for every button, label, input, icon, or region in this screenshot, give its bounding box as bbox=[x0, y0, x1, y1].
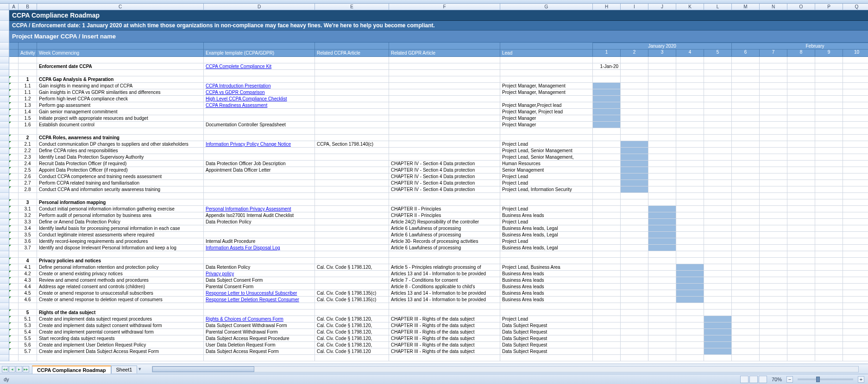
cell[interactable] bbox=[315, 251, 389, 258]
row-header[interactable] bbox=[0, 284, 9, 290]
lead-cell[interactable]: Project Manager, Management bbox=[500, 83, 593, 89]
cell[interactable] bbox=[704, 264, 732, 271]
cell[interactable] bbox=[19, 70, 37, 76]
gdpr-article[interactable] bbox=[389, 122, 500, 128]
cell[interactable] bbox=[704, 141, 732, 148]
cell[interactable] bbox=[732, 290, 760, 297]
cell[interactable] bbox=[621, 251, 648, 258]
cell[interactable] bbox=[732, 173, 760, 180]
cell[interactable] bbox=[815, 284, 843, 290]
cell[interactable] bbox=[593, 258, 621, 264]
cell[interactable] bbox=[704, 219, 732, 225]
cell[interactable] bbox=[676, 63, 704, 70]
activity-id[interactable]: 1.1 bbox=[19, 89, 37, 96]
tab-prev-button[interactable]: ◂ bbox=[9, 366, 15, 372]
row-header[interactable] bbox=[0, 245, 9, 251]
cell[interactable] bbox=[815, 316, 843, 322]
cell[interactable] bbox=[760, 167, 787, 173]
gdpr-article[interactable]: Article 7 - Conditions for consent bbox=[389, 277, 500, 284]
cell[interactable] bbox=[760, 89, 787, 96]
cell[interactable] bbox=[593, 141, 621, 148]
cell[interactable] bbox=[648, 161, 676, 167]
cell[interactable] bbox=[204, 303, 315, 310]
cell[interactable] bbox=[787, 186, 815, 193]
cell[interactable] bbox=[704, 290, 732, 297]
cell[interactable] bbox=[760, 238, 787, 245]
gdpr-article[interactable]: Articles 13 and 14 - Information to be p… bbox=[389, 271, 500, 277]
cell[interactable] bbox=[732, 57, 760, 63]
cell[interactable] bbox=[787, 193, 815, 199]
lead-cell[interactable] bbox=[500, 96, 593, 102]
cell[interactable] bbox=[593, 335, 621, 342]
cell[interactable] bbox=[704, 83, 732, 89]
cell[interactable] bbox=[815, 167, 843, 173]
enforcement-link[interactable]: CCPA Complete Compliance Kit bbox=[206, 64, 271, 69]
cell[interactable] bbox=[732, 96, 760, 102]
cell[interactable] bbox=[593, 310, 621, 316]
cell[interactable] bbox=[593, 70, 621, 76]
cell[interactable] bbox=[787, 348, 815, 355]
cell[interactable] bbox=[704, 135, 732, 141]
ccpa-article[interactable] bbox=[315, 96, 389, 102]
cell[interactable] bbox=[760, 70, 787, 76]
cell[interactable] bbox=[760, 251, 787, 258]
cell[interactable] bbox=[704, 258, 732, 264]
cell[interactable] bbox=[593, 76, 621, 83]
lead-cell[interactable]: Senior Management bbox=[500, 167, 593, 173]
cell[interactable] bbox=[621, 245, 648, 251]
activity-desc[interactable]: Create and implement data subject reques… bbox=[37, 316, 204, 322]
cell[interactable] bbox=[787, 355, 815, 361]
cell[interactable] bbox=[9, 316, 19, 322]
cell[interactable] bbox=[676, 206, 704, 212]
cell[interactable] bbox=[204, 355, 315, 361]
activity-desc[interactable]: Perform CCPA related training and famili… bbox=[37, 180, 204, 186]
column-header[interactable]: O bbox=[787, 4, 815, 10]
cell[interactable] bbox=[732, 310, 760, 316]
gdpr-article[interactable]: CHAPTER IV - Section 4 Data protection bbox=[389, 161, 500, 167]
cell[interactable] bbox=[787, 322, 815, 329]
cell[interactable] bbox=[621, 219, 648, 225]
gantt-bar[interactable] bbox=[648, 225, 676, 232]
cell[interactable] bbox=[676, 329, 704, 335]
cell[interactable] bbox=[787, 115, 815, 122]
activity-desc[interactable]: Perform high level CCPA compliance check bbox=[37, 96, 204, 102]
lead-cell[interactable]: Business Area leads, Legal bbox=[500, 225, 593, 232]
cell[interactable] bbox=[9, 115, 19, 122]
cell[interactable] bbox=[815, 335, 843, 342]
section-title[interactable]: Rights of the data subject bbox=[37, 310, 204, 316]
cell[interactable] bbox=[593, 161, 621, 167]
column-header[interactable]: H bbox=[593, 4, 621, 10]
cell[interactable] bbox=[9, 310, 19, 316]
cell[interactable] bbox=[9, 173, 19, 180]
cell[interactable] bbox=[760, 173, 787, 180]
cell[interactable] bbox=[760, 212, 787, 219]
cell[interactable] bbox=[9, 355, 19, 361]
cell[interactable] bbox=[843, 57, 868, 63]
activity-id[interactable]: 3.6 bbox=[19, 238, 37, 245]
section-number[interactable]: 5 bbox=[19, 310, 37, 316]
cell[interactable] bbox=[389, 310, 500, 316]
row-header[interactable] bbox=[0, 199, 9, 206]
section-title[interactable]: CCPA Gap Analysis & Preparation bbox=[37, 76, 204, 83]
row-header[interactable] bbox=[0, 316, 9, 322]
cell[interactable] bbox=[704, 63, 732, 70]
ccpa-article[interactable]: Cal. Civ. Code § 1798.120, bbox=[315, 316, 389, 322]
cell[interactable] bbox=[19, 251, 37, 258]
gdpr-article[interactable]: CHAPTER IV - Section 4 Data protection bbox=[389, 167, 500, 173]
cell[interactable] bbox=[593, 225, 621, 232]
activity-id[interactable]: 3.3 bbox=[19, 219, 37, 225]
cell[interactable] bbox=[815, 322, 843, 329]
cell[interactable] bbox=[787, 63, 815, 70]
cell[interactable] bbox=[676, 70, 704, 76]
template-cell[interactable]: Internal Audit Procedure bbox=[204, 238, 315, 245]
cell[interactable] bbox=[676, 148, 704, 154]
gantt-bar[interactable] bbox=[593, 115, 621, 122]
ccpa-article[interactable] bbox=[315, 232, 389, 238]
cell[interactable] bbox=[815, 271, 843, 277]
cell[interactable] bbox=[315, 310, 389, 316]
cell[interactable] bbox=[9, 232, 19, 238]
cell[interactable] bbox=[732, 316, 760, 322]
cell[interactable] bbox=[676, 154, 704, 161]
column-header[interactable]: C bbox=[37, 4, 204, 10]
gantt-bar[interactable] bbox=[621, 186, 648, 193]
